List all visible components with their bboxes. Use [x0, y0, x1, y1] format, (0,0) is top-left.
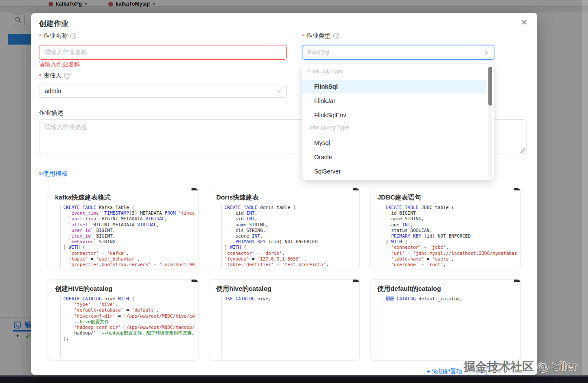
use-template-link[interactable]: >使用模板: [39, 170, 68, 178]
template-card-hive-catalog[interactable]: 创建HIVE的catalog CREATE CATALOG hive WITH …: [48, 279, 198, 360]
code-block: CREATE TABLE JDBC_table ( id BIGINT, nam…: [383, 205, 517, 267]
app-canvas: kafkaToPg × kafkaToMysql × 输: [0, 0, 588, 383]
owner-value: admin: [45, 87, 61, 94]
job-type-label: * 作业类型 ?: [302, 32, 339, 40]
help-circle-icon[interactable]: ?: [64, 73, 70, 79]
description-label: 作业描述: [39, 109, 63, 117]
dropdown-option-flinkjar[interactable]: FlinkJar: [302, 94, 486, 108]
help-circle-icon[interactable]: ?: [70, 33, 76, 39]
dropdown-option-sqlserver[interactable]: SqlServer: [302, 164, 486, 178]
template-card-doris[interactable]: Doris快速建表 CREATE TABLE doris_table ( cid…: [209, 188, 360, 269]
code-block: USE CATALOG default_catalog;: [383, 296, 517, 358]
template-card-jdbc[interactable]: JDBC建表语句 CREATE TABLE JDBC_table ( id BI…: [370, 188, 521, 269]
dropdown-group-jdbc: Jdbc Query Type: [308, 125, 349, 131]
job-name-error: 请输入作业名称: [39, 61, 80, 68]
dropdown-group-flink: Flink Job Type: [308, 68, 343, 74]
chevron-down-icon: ∨: [484, 49, 489, 55]
resize-handle-icon[interactable]: [520, 148, 525, 153]
code-scrollbar-thumb[interactable]: [192, 280, 198, 282]
code-block: USE CATALOG hive;: [221, 296, 356, 358]
template-card-kafka[interactable]: kafka快速建表格式 CREATE TABLE Kafka_Table ( `…: [48, 188, 198, 269]
card-title: Doris快速建表: [209, 188, 359, 205]
close-icon[interactable]: ✕: [521, 18, 528, 26]
dropdown-option-flinksql[interactable]: FlinkSql: [302, 80, 486, 93]
code-block: CREATE CATALOG hive WITH ( 'type' = 'hiv…: [60, 296, 195, 358]
card-title: kafka快速建表格式: [48, 188, 198, 205]
bottom-taskbar: [0, 375, 588, 383]
template-card-use-hive[interactable]: 使用hive的catalog USE CATALOG hive;: [209, 279, 360, 360]
required-asterisk: *: [302, 32, 304, 39]
help-circle-icon[interactable]: ?: [333, 33, 339, 39]
dropdown-option-oracle[interactable]: Oracle: [302, 150, 486, 164]
card-title: JDBC建表语句: [370, 188, 520, 205]
page-scroll-gutter: [582, 0, 588, 375]
code-scrollbar-thumb[interactable]: [192, 188, 198, 190]
description-placeholder: 请输入作业描述: [45, 123, 87, 130]
chevron-down-icon: ∨: [276, 88, 282, 94]
required-asterisk: *: [39, 72, 41, 79]
add-config-link[interactable]: + 添加配置项: [427, 368, 462, 375]
job-name-placeholder: 请输入作业名称: [45, 48, 87, 56]
code-scrollbar-thumb[interactable]: [353, 188, 359, 190]
job-type-select[interactable]: FlinkSql ∨: [302, 45, 494, 60]
job-type-dropdown: Flink Job Type FlinkSql FlinkJar FlinkSq…: [302, 64, 494, 180]
dropdown-option-flinksqlenv[interactable]: FlinkSqlEnv: [302, 108, 486, 122]
modal-title: 创建作业: [39, 19, 68, 29]
job-name-label: * 作业名称 ?: [39, 32, 76, 40]
code-scrollbar-thumb[interactable]: [514, 280, 520, 282]
code-scrollbar-thumb[interactable]: [353, 280, 359, 282]
card-title: 使用default的catalog: [370, 280, 520, 296]
code-block: CREATE TABLE Kafka_Table ( `event_time` …: [60, 205, 195, 267]
dropdown-option-mysql[interactable]: Mysql: [302, 136, 486, 150]
watermark-text: 掘金技术社区 @ Siler: [464, 359, 577, 374]
job-name-input[interactable]: 请输入作业名称: [39, 45, 287, 60]
owner-select[interactable]: admin ∨: [39, 84, 287, 98]
job-type-value: FlinkSql: [308, 49, 329, 56]
code-block: CREATE TABLE doris_table ( cid INT, sid …: [221, 205, 356, 267]
card-title: 创建HIVE的catalog: [48, 280, 198, 296]
code-scrollbar-thumb[interactable]: [514, 188, 520, 190]
template-card-use-default[interactable]: 使用default的catalog USE CATALOG default_ca…: [370, 279, 521, 360]
card-title: 使用hive的catalog: [209, 280, 359, 296]
dropdown-scrollbar-thumb[interactable]: [488, 67, 492, 106]
required-asterisk: *: [39, 32, 41, 39]
owner-label: * 责任人 ?: [39, 72, 70, 80]
